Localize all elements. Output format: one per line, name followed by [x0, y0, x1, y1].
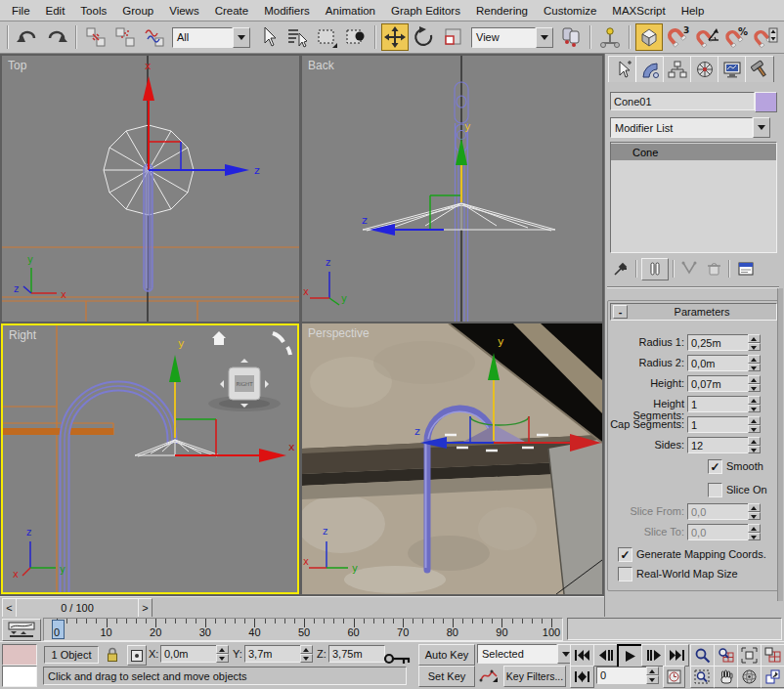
next-frame-button[interactable] [641, 644, 666, 667]
select-and-scale-button[interactable] [440, 23, 467, 51]
menu-item-tools[interactable]: Tools [72, 2, 114, 20]
menu-item-animation[interactable]: Animation [318, 2, 383, 20]
reference-coordsys-combo[interactable]: View [471, 27, 553, 48]
zoom-button[interactable] [690, 644, 715, 667]
viewport-back-label[interactable]: Back [308, 59, 334, 72]
cap-segments-spinner[interactable] [748, 416, 761, 433]
viewport-perspective-label[interactable]: Perspective [308, 326, 370, 340]
go-to-start-button[interactable] [570, 644, 594, 667]
menu-item-create[interactable]: Create [207, 2, 257, 20]
select-by-name-button[interactable] [283, 23, 311, 51]
remove-modifier-button[interactable] [703, 259, 724, 279]
viewport-top-label[interactable]: Top [8, 59, 26, 72]
tab-create[interactable] [608, 56, 637, 82]
time-slider-handle[interactable]: 0 / 100 [16, 598, 139, 618]
maxscript-listener-pink[interactable] [2, 644, 37, 666]
viewport-perspective[interactable]: Perspective [302, 323, 602, 594]
undo-button[interactable] [14, 23, 41, 51]
modifier-list-combo[interactable]: Modifier List [610, 117, 770, 138]
menu-item-group[interactable]: Group [114, 2, 161, 20]
zoom-region-button[interactable] [690, 666, 715, 688]
menu-item-modifiers[interactable]: Modifiers [256, 2, 318, 20]
height-spinner[interactable] [748, 375, 761, 392]
x-coordinate-field[interactable]: 0,0m [160, 645, 221, 663]
tab-modify[interactable] [635, 56, 665, 82]
x-spinner[interactable] [216, 645, 229, 663]
selection-filter-combo[interactable]: All [172, 27, 250, 48]
key-mode-toggle[interactable] [570, 666, 594, 688]
selection-filter-arrow[interactable] [233, 27, 250, 48]
menu-item-rendering[interactable]: Rendering [468, 2, 536, 20]
select-and-manipulate-button[interactable] [596, 23, 624, 51]
configure-modifier-sets-button[interactable] [734, 259, 758, 279]
tab-motion[interactable] [690, 56, 719, 82]
real-world-map-checkbox[interactable] [618, 567, 632, 581]
tab-hierarchy[interactable] [663, 56, 692, 82]
time-slider-prev-button[interactable]: < [2, 598, 17, 618]
height-field[interactable]: 0,07m [687, 375, 752, 392]
pin-stack-button[interactable] [610, 259, 632, 279]
viewcube-home-icon[interactable] [212, 331, 226, 345]
snap-3d-button[interactable]: 3 [665, 23, 692, 51]
radius1-field[interactable]: 0,25m [687, 334, 752, 351]
cap-segments-field[interactable]: 1 [687, 416, 752, 433]
select-object-button[interactable] [254, 23, 282, 51]
z-coordinate-field[interactable]: 3,75m [328, 645, 385, 663]
viewcube[interactable]: RIGHT [208, 331, 290, 411]
rollout-collapse-button[interactable]: - [613, 305, 628, 319]
time-configuration-button[interactable] [663, 666, 685, 688]
menu-item-customize[interactable]: Customize [536, 2, 604, 20]
sides-field[interactable]: 12 [687, 437, 752, 453]
parameters-rollout-header[interactable]: - Parameters [610, 303, 777, 321]
zoom-extents-button[interactable] [737, 644, 762, 667]
bind-to-space-warp-button[interactable] [141, 23, 168, 51]
rectangular-selection-region-button[interactable] [313, 23, 340, 51]
show-end-result-button[interactable] [641, 258, 669, 280]
time-slider-next-button[interactable]: > [138, 598, 152, 618]
key-scope-combo[interactable]: Selected [477, 644, 575, 664]
zoom-all-button[interactable] [714, 644, 738, 667]
menu-item-edit[interactable]: Edit [38, 2, 73, 20]
reference-coordsys-arrow[interactable] [536, 27, 553, 48]
make-unique-button[interactable] [678, 259, 700, 279]
angle-snap-button[interactable] [694, 23, 721, 51]
viewport-right-label[interactable]: Right [9, 328, 36, 342]
panel-scrollbar[interactable] [777, 288, 783, 601]
current-frame-field[interactable]: 0 [596, 667, 651, 684]
sides-spinner[interactable] [748, 437, 761, 453]
maximize-viewport-toggle[interactable] [761, 666, 784, 688]
arc-rotate-button[interactable] [737, 666, 762, 688]
play-button[interactable] [617, 644, 643, 668]
move-gizmo-top[interactable]: x z [143, 60, 260, 177]
default-tangent-button[interactable] [477, 666, 501, 685]
object-color-swatch[interactable] [755, 92, 777, 112]
frame-spinner[interactable] [646, 667, 659, 684]
viewport-top[interactable]: Top [2, 56, 299, 322]
absolute-mode-toggle[interactable] [127, 645, 147, 666]
menu-item-file[interactable]: File [4, 2, 38, 20]
viewport-right-active[interactable]: Right [1, 323, 299, 594]
object-name-field[interactable]: Cone01 [610, 92, 755, 110]
modifier-list-arrow[interactable] [753, 117, 770, 138]
unlink-selection-button[interactable] [111, 23, 139, 51]
auto-key-button[interactable]: Auto Key [418, 644, 475, 666]
radius2-field[interactable]: 0,0m [687, 355, 752, 371]
viewport-back[interactable]: Back [302, 56, 602, 322]
height-segments-spinner[interactable] [748, 396, 761, 412]
percent-snap-button[interactable]: % [723, 23, 751, 51]
window-crossing-toggle[interactable] [342, 23, 370, 51]
snaps-toggle-button[interactable] [635, 23, 663, 51]
select-and-rotate-button[interactable] [411, 23, 438, 51]
menu-item-graph-editors[interactable]: Graph Editors [383, 2, 468, 20]
y-coordinate-field[interactable]: 3,7m [244, 645, 305, 663]
modifier-stack[interactable]: Cone [610, 142, 777, 253]
menu-item-maxscript[interactable]: MAXScript [604, 2, 673, 20]
tab-utilities[interactable] [745, 56, 774, 82]
selection-lock-toggle[interactable] [104, 645, 121, 664]
mini-curve-editor-button[interactable] [2, 619, 41, 641]
spinner-snap-button[interactable] [753, 23, 780, 51]
track-ruler[interactable]: 0 10 20 30 40 50 60 70 80 90 100 [43, 618, 563, 641]
redo-button[interactable] [43, 23, 70, 51]
go-to-end-button[interactable] [665, 644, 689, 667]
maxscript-listener-white[interactable] [2, 666, 37, 687]
